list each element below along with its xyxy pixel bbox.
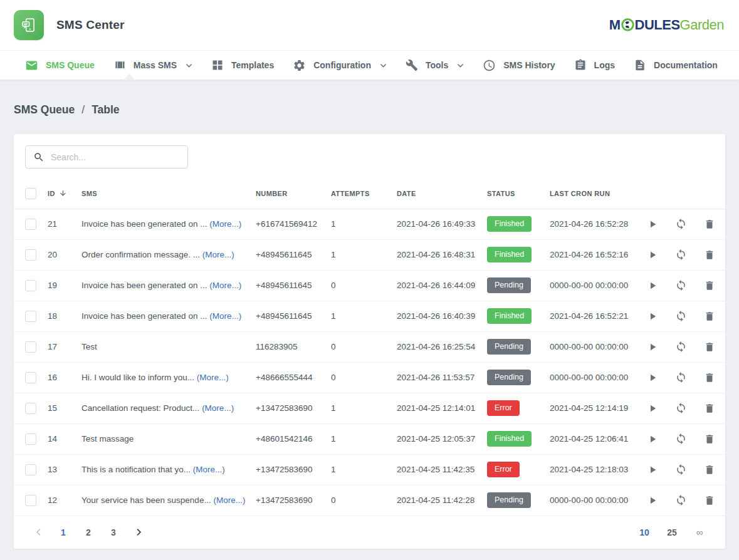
page-number[interactable]: 1: [56, 527, 70, 537]
delete-button[interactable]: [704, 403, 715, 414]
nav-item-logs[interactable]: Logs: [574, 59, 615, 71]
run-button[interactable]: [647, 219, 658, 230]
row-checkbox[interactable]: [25, 249, 36, 261]
row-checkbox[interactable]: [25, 280, 36, 291]
row-sms-text: This is a notification that yo...: [81, 465, 191, 474]
page-size-25[interactable]: 25: [665, 527, 679, 537]
sync-icon: [675, 310, 687, 322]
delete-button[interactable]: [704, 341, 715, 353]
nav-item-tools[interactable]: Tools: [406, 59, 464, 71]
delete-button[interactable]: [704, 372, 715, 383]
sms-center-logo-icon: [14, 10, 44, 40]
delete-button[interactable]: [704, 249, 715, 261]
play-icon: [647, 464, 658, 475]
nav-item-documentation[interactable]: Documentation: [634, 59, 718, 71]
row-date: 2021-04-26 16:49:33: [397, 219, 475, 229]
nav-label: Configuration: [313, 60, 371, 70]
row-attempts: 1: [331, 465, 336, 474]
row-id: 15: [48, 403, 57, 413]
column-header-id[interactable]: ID: [48, 179, 81, 209]
more-link[interactable]: (More...): [213, 495, 245, 505]
row-sms-text: Invoice has been generated on ...: [81, 219, 207, 229]
row-sms-text: Your service has been suspende...: [81, 495, 211, 505]
run-button[interactable]: [647, 311, 658, 322]
resend-button[interactable]: [675, 494, 687, 506]
run-button[interactable]: [647, 433, 658, 445]
row-sms-text: Hi. I would like to inform you...: [81, 373, 194, 382]
run-button[interactable]: [647, 341, 658, 353]
more-link[interactable]: (More...): [209, 219, 241, 229]
more-link[interactable]: (More...): [202, 403, 234, 413]
status-badge: Error: [487, 462, 520, 477]
search-input[interactable]: [51, 152, 181, 162]
column-header-last-cron-run: LAST CRON RUN: [550, 179, 641, 209]
prev-page-button[interactable]: [31, 528, 45, 536]
row-last-cron-run: 0000-00-00 00:00:00: [550, 495, 628, 505]
more-link[interactable]: (More...): [197, 373, 229, 382]
run-button[interactable]: [647, 403, 658, 414]
run-button[interactable]: [647, 495, 658, 506]
page-number[interactable]: 2: [81, 527, 95, 537]
run-button[interactable]: [647, 372, 658, 383]
row-date: 2021-04-25 12:05:37: [397, 434, 475, 443]
trash-icon: [704, 280, 715, 291]
resend-button[interactable]: [675, 464, 687, 475]
delete-button[interactable]: [704, 311, 715, 322]
row-date: 2021-04-26 11:53:57: [397, 373, 474, 382]
row-checkbox[interactable]: [25, 464, 36, 475]
chevron-down-icon: [186, 62, 192, 69]
play-icon: [647, 433, 658, 445]
run-button[interactable]: [647, 464, 658, 475]
row-checkbox[interactable]: [25, 495, 36, 506]
resend-button[interactable]: [675, 433, 687, 445]
resend-button[interactable]: [675, 371, 687, 383]
status-badge: Pending: [487, 339, 531, 355]
row-checkbox[interactable]: [25, 341, 36, 353]
resend-button[interactable]: [675, 279, 687, 291]
next-page-button[interactable]: [132, 528, 145, 536]
nav-item-sms-queue[interactable]: SMS Queue: [25, 59, 95, 72]
resend-button[interactable]: [675, 218, 687, 230]
run-button[interactable]: [647, 280, 658, 291]
play-icon: [647, 249, 658, 261]
columns-icon: [113, 59, 126, 71]
play-icon: [647, 341, 658, 353]
delete-button[interactable]: [704, 464, 715, 475]
more-link[interactable]: (More...): [202, 250, 234, 259]
row-number: +13472583690: [256, 465, 312, 474]
page-size-all[interactable]: ∞: [693, 527, 706, 537]
nav-item-mass-sms[interactable]: Mass SMS: [113, 59, 192, 71]
page-number[interactable]: 3: [107, 527, 120, 537]
nav-item-templates[interactable]: Templates: [211, 59, 274, 71]
page-size-10[interactable]: 10: [637, 527, 651, 537]
resend-button[interactable]: [675, 249, 687, 261]
gear-icon: [293, 59, 306, 72]
row-number: +13472583690: [256, 403, 312, 413]
resend-button[interactable]: [675, 341, 687, 353]
delete-button[interactable]: [704, 280, 715, 291]
resend-button[interactable]: [675, 402, 687, 414]
more-link[interactable]: (More...): [209, 281, 241, 290]
trash-icon: [704, 249, 715, 261]
row-checkbox[interactable]: [25, 403, 36, 414]
table-row: 15 Cancellation request: Product... (Mor…: [14, 393, 725, 423]
row-checkbox[interactable]: [25, 219, 36, 230]
delete-button[interactable]: [704, 495, 715, 506]
delete-button[interactable]: [704, 433, 715, 445]
row-checkbox[interactable]: [25, 433, 36, 445]
sync-icon: [675, 218, 687, 230]
more-link[interactable]: (More...): [209, 311, 241, 321]
run-button[interactable]: [647, 249, 658, 261]
breadcrumb-sms-queue[interactable]: SMS Queue: [14, 103, 75, 117]
resend-button[interactable]: [675, 310, 687, 322]
row-checkbox[interactable]: [25, 372, 36, 383]
nav-item-configuration[interactable]: Configuration: [293, 59, 387, 72]
row-last-cron-run: 2021-04-26 16:52:16: [550, 250, 628, 259]
row-id: 19: [48, 281, 57, 290]
nav-item-sms-history[interactable]: SMS History: [483, 59, 555, 72]
select-all-checkbox[interactable]: [25, 188, 36, 199]
delete-button[interactable]: [704, 219, 715, 230]
more-link[interactable]: (More...): [193, 465, 225, 474]
row-checkbox[interactable]: [25, 311, 36, 322]
play-icon: [647, 495, 658, 506]
